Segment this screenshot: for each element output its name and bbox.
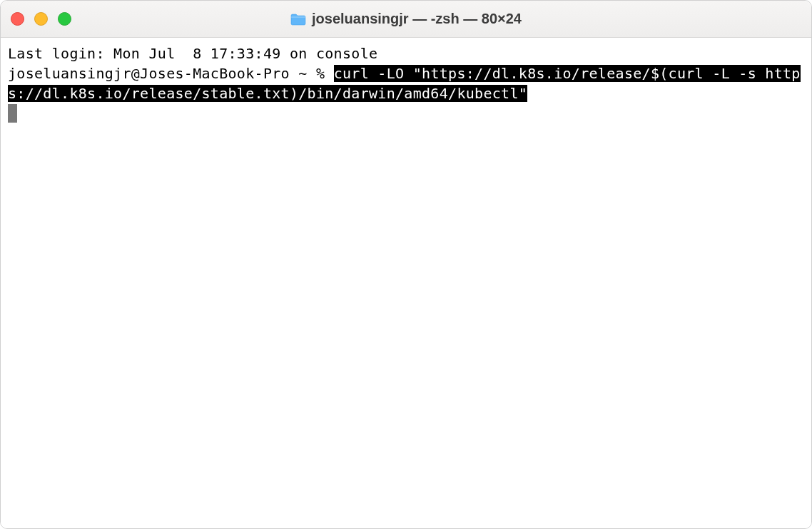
last-login-line: Last login: Mon Jul 8 17:33:49 on consol…	[8, 43, 804, 63]
window-title: joseluansingjr — -zsh — 80×24	[290, 11, 522, 27]
window-title-text: joseluansingjr — -zsh — 80×24	[312, 11, 522, 27]
shell-prompt: joseluansingjr@Joses-MacBook-Pro ~ %	[8, 65, 334, 82]
selected-command-part1[interactable]: curl -LO "https://dl.k8s.io/release/$(cu…	[334, 65, 713, 82]
prompt-line: joseluansingjr@Joses-MacBook-Pro ~ % cur…	[8, 63, 804, 103]
maximize-button[interactable]	[58, 12, 71, 26]
terminal-cursor	[8, 104, 17, 123]
minimize-button[interactable]	[34, 12, 48, 26]
folder-icon	[290, 13, 306, 26]
window-titlebar[interactable]: joseluansingjr — -zsh — 80×24	[1, 1, 811, 38]
terminal-window: joseluansingjr — -zsh — 80×24 Last login…	[0, 0, 812, 529]
traffic-lights	[11, 12, 71, 26]
close-button[interactable]	[11, 12, 24, 26]
terminal-content[interactable]: Last login: Mon Jul 8 17:33:49 on consol…	[1, 38, 811, 528]
